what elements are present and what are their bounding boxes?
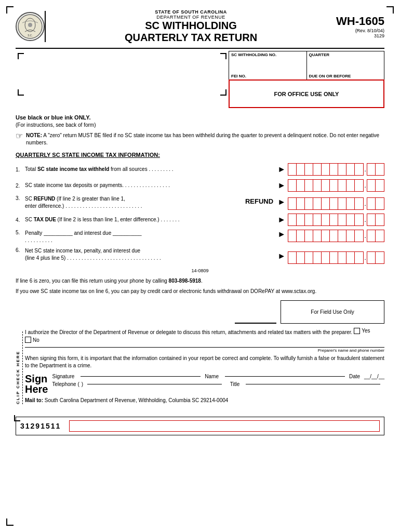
instructions-section: Use black or blue ink ONLY. (For instruc…: [16, 114, 384, 147]
quarter-cell: QUARTER: [307, 51, 384, 73]
sc-withholding-input[interactable]: [231, 57, 304, 72]
line-desc-5: Penalty __________ and interest due ____…: [25, 230, 275, 244]
c1-2[interactable]: [376, 164, 384, 175]
line-desc-3: SC REFUND (If line 2 is greater than lin…: [25, 195, 245, 209]
dollar-boxes-1[interactable]: [288, 163, 364, 176]
line-arrow-4: ►: [277, 215, 286, 224]
d1-4[interactable]: [313, 164, 322, 175]
line-row-1: 1. Total SC state income tax withheld fr…: [16, 163, 384, 176]
line-desc-2: SC state income tax deposits or payments…: [25, 182, 275, 189]
signature-line[interactable]: [81, 376, 201, 377]
line-arrow-2: ►: [277, 181, 286, 190]
dollar-boxes-4[interactable]: [288, 214, 364, 226]
barcode-number: 31291511: [20, 422, 61, 430]
section-title: QUARTERLY SC STATE INCOME TAX INFORMATIO…: [16, 152, 384, 158]
svg-text:S.C.: S.C.: [28, 34, 33, 37]
input-dollars-1: .: [288, 163, 384, 176]
line-num-6: 6.: [16, 247, 25, 253]
line-row-2: 2. SC state income tax deposits or payme…: [16, 179, 384, 192]
d1-1[interactable]: [288, 164, 297, 175]
cents-boxes-6[interactable]: [367, 251, 384, 264]
line-row-5: 5. Penalty __________ and interest due _…: [16, 230, 384, 244]
title-line2: QUARTERLY TAX RETURN: [51, 32, 331, 44]
cents-boxes-3[interactable]: [367, 197, 384, 210]
due-on-cell: DUE ON OR BEFORE: [307, 73, 384, 79]
line-arrow-3: ►: [277, 197, 286, 207]
sign-here-container: Sign Here Signature Name Date __/ __/__: [25, 374, 384, 394]
d1-6[interactable]: [330, 164, 338, 175]
svg-point-2: [28, 23, 32, 27]
d1-3[interactable]: [305, 164, 313, 175]
wilfully-text: When signing this form, it is important …: [25, 355, 384, 369]
cents-boxes-1[interactable]: [367, 163, 384, 176]
sign-fields: Signature Name Date __/ __/__ Telephone …: [52, 374, 384, 389]
clip-section-wrapper: CLIP CHECK HERE I authorize the Director…: [16, 327, 384, 408]
note-box: ☞ NOTE: A "zero" return MUST BE filed if…: [16, 132, 384, 147]
form-number: WH-1605: [336, 15, 384, 28]
input-dollars-6: .: [288, 251, 384, 264]
dollar-boxes-5[interactable]: [288, 230, 364, 242]
line-desc-4: SC TAX DUE (If line 2 is less than line …: [25, 216, 275, 223]
yes-checkbox[interactable]: Yes: [354, 327, 370, 335]
cents-boxes-2[interactable]: [367, 179, 384, 192]
barcode-corner-bl: [14, 415, 20, 421]
field-use-label: For Field Use Only: [311, 309, 354, 315]
authorize-row: I authorize the Director of the Departme…: [25, 327, 384, 345]
line-desc-6: Net SC state income tax, penalty, and in…: [25, 247, 275, 261]
quarter-input[interactable]: [309, 57, 382, 72]
fields-row1: SC WITHHOLDING NO. QUARTER: [229, 51, 384, 73]
office-use-box: FOR OFFICE USE ONLY: [229, 79, 384, 108]
line-num-2: 2.: [16, 183, 25, 189]
d1-8[interactable]: [346, 164, 355, 175]
no-checkbox[interactable]: No: [25, 336, 39, 344]
sign-section: I authorize the Director of the Departme…: [25, 327, 384, 408]
dollar-boxes-3[interactable]: [288, 197, 364, 210]
sign-line-row-1: Signature Name Date __/ __/__: [52, 374, 384, 379]
line-num-4: 4.: [16, 217, 25, 223]
sign-here-label: Sign Here: [25, 374, 48, 394]
d1-7[interactable]: [338, 164, 346, 175]
ink-note: Use black or blue ink ONLY.: [16, 114, 384, 121]
refund-label: REFUND: [245, 197, 273, 205]
line-desc-1: Total SC state income tax withheld from …: [25, 166, 275, 173]
c1-1[interactable]: [367, 164, 376, 175]
sc-seal-logo: S.C.: [16, 12, 45, 41]
note-text: NOTE: A "zero" return MUST BE filed if n…: [26, 132, 384, 147]
cents-boxes-5[interactable]: [367, 230, 384, 242]
line-num-3: 3.: [16, 195, 25, 201]
corner-mark-bl: [6, 518, 14, 526]
no-checkbox-box[interactable]: [25, 337, 31, 343]
dollar-boxes-6[interactable]: [288, 251, 364, 264]
line-num-1: 1.: [16, 167, 25, 172]
dollar-boxes-2[interactable]: [288, 179, 364, 192]
top-fields: SC WITHHOLDING NO. QUARTER FEI NO. DUE O…: [16, 51, 384, 108]
header-divider: [45, 11, 46, 42]
office-use-text: FOR OFFICE USE ONLY: [274, 91, 339, 97]
d1-9[interactable]: [355, 164, 363, 175]
quarter-label: QUARTER: [309, 52, 382, 57]
preparer-line: Preparer's name and phone number: [25, 347, 384, 353]
fei-cell: FEI NO.: [229, 73, 307, 79]
input-dollars-4: .: [288, 214, 384, 226]
field-use-box: For Field Use Only: [281, 300, 384, 324]
line-row-6: 6. Net SC state income tax, penalty, and…: [16, 247, 384, 264]
input-dollars-5: .: [288, 230, 384, 242]
d1-5[interactable]: [322, 164, 330, 175]
line-arrow-1: ►: [277, 165, 286, 174]
fields-row2-labels: FEI NO. DUE ON OR BEFORE: [229, 73, 384, 79]
title-line1: SC WITHHOLDING: [51, 20, 331, 32]
cents-boxes-4[interactable]: [367, 214, 384, 226]
barcode-input-field[interactable]: [69, 420, 380, 432]
name-line[interactable]: [225, 376, 345, 377]
title-line[interactable]: [246, 384, 380, 384]
yes-checkbox-box[interactable]: [354, 328, 360, 334]
line-items: 1. Total SC state income tax withheld fr…: [16, 163, 384, 264]
form-code: 3129: [336, 33, 384, 38]
corner-br-box: [220, 89, 226, 96]
right-divider-line: [235, 323, 276, 324]
d1-2[interactable]: [297, 164, 305, 175]
header-right: WH-1605 (Rev. 8/10/04) 3129: [336, 15, 384, 38]
phone-notice: If line 6 is zero, you can file this ret…: [16, 277, 384, 285]
clip-label-container: CLIP CHECK HERE: [16, 327, 23, 408]
telephone-line[interactable]: [87, 384, 222, 384]
